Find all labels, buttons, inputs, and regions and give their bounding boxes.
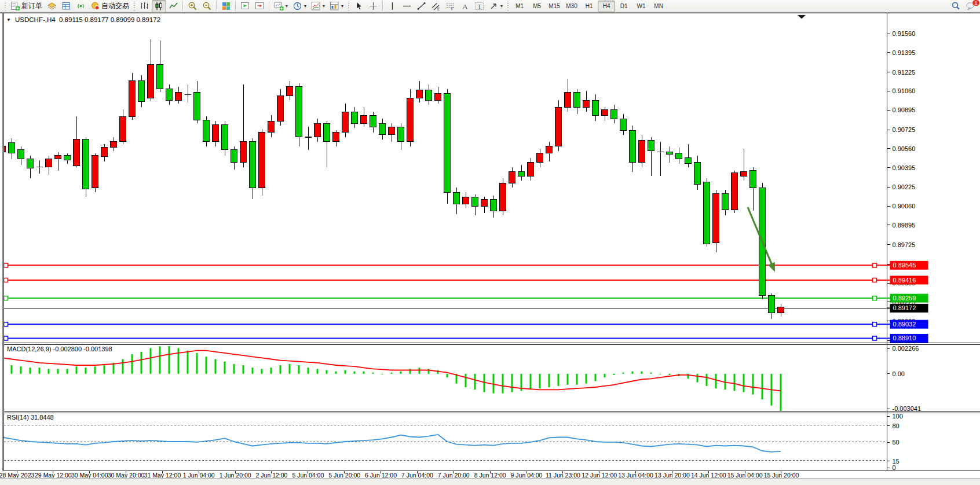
candle-body [101, 148, 108, 157]
chat-button[interactable]: 1 [963, 0, 978, 13]
macd-histogram-bar [308, 368, 309, 374]
text-label-button[interactable]: T [472, 0, 487, 13]
macd-histogram-bar [39, 368, 41, 374]
bar-chart-button[interactable] [137, 0, 152, 13]
svg-text:0.89725: 0.89725 [893, 241, 916, 248]
macd-histogram-bar [67, 369, 68, 373]
macd-histogram-bar [465, 374, 467, 387]
periods-button[interactable]: ▾ [290, 0, 309, 13]
auto-scroll-icon [240, 1, 250, 11]
timeframe-d1-button[interactable]: D1 [615, 1, 632, 12]
line-handle[interactable] [873, 278, 877, 282]
tile-windows-button[interactable] [219, 0, 233, 13]
candle-body [398, 127, 404, 142]
new-chart-button[interactable]: ▾ [272, 0, 290, 13]
chevron-down-icon: ▾ [500, 3, 503, 9]
candle-body [352, 112, 358, 123]
search-button[interactable] [949, 0, 963, 13]
signals-button[interactable] [74, 0, 88, 13]
candlestick-chart-button[interactable] [152, 0, 166, 13]
trendline-button[interactable] [414, 0, 429, 13]
new-order-button[interactable]: 新订单 [8, 0, 45, 13]
svg-text:0.91560: 0.91560 [893, 30, 916, 37]
candle-body [648, 141, 654, 151]
macd-histogram-bar [335, 372, 337, 374]
svg-text:0.91225: 0.91225 [893, 69, 916, 76]
svg-text:1 Jun 04:00: 1 Jun 04:00 [183, 472, 215, 479]
timeframe-mn-button[interactable]: MN [650, 1, 667, 12]
timeframe-m15-button[interactable]: M15 [546, 1, 563, 12]
svg-text:0.89259: 0.89259 [893, 295, 916, 302]
macd-histogram-bar [363, 372, 365, 374]
candle-body [166, 89, 173, 101]
horizontal-line-button[interactable] [400, 0, 414, 13]
svg-text:5 Jun 04:00: 5 Jun 04:00 [292, 472, 324, 479]
timeframe-h1-button[interactable]: H1 [580, 1, 598, 12]
text-button[interactable]: A [458, 0, 472, 13]
line-handle[interactable] [873, 322, 877, 326]
zoom-out-button[interactable] [200, 0, 214, 13]
timeframe-m1-button[interactable]: M1 [511, 1, 528, 12]
svg-text:15 Jun 20:00: 15 Jun 20:00 [764, 472, 799, 479]
timeframe-h4-button[interactable]: H4 [598, 1, 615, 12]
market-watch-button[interactable] [59, 0, 74, 13]
vertical-line-button[interactable] [385, 0, 400, 13]
line-handle[interactable] [4, 336, 8, 340]
candle-body [454, 192, 460, 204]
candle-body [713, 193, 719, 242]
auto-scroll-button[interactable] [238, 0, 253, 13]
auto-trading-button[interactable]: 自动交易 [88, 0, 131, 13]
zoom-in-button[interactable] [185, 0, 200, 13]
macd-histogram-bar [169, 346, 170, 374]
line-handle[interactable] [873, 263, 877, 267]
macd-histogram-bar [261, 369, 263, 373]
svg-text:0.90395: 0.90395 [893, 164, 916, 171]
macd-histogram-bar [233, 364, 235, 374]
line-chart-button[interactable] [166, 0, 181, 13]
equidistant-channel-button[interactable]: E [429, 0, 443, 13]
timeframe-m5-button[interactable]: M5 [528, 1, 546, 12]
macd-histogram-bar [762, 374, 763, 399]
vertical-line-icon [387, 1, 397, 11]
macd-histogram-bar [57, 369, 59, 373]
chart-shift-button[interactable] [253, 0, 267, 13]
macd-histogram-bar [48, 369, 50, 373]
candle-body [778, 307, 784, 313]
layouts-button[interactable] [45, 0, 59, 13]
line-handle[interactable] [4, 263, 8, 267]
text-label-icon: T [474, 1, 484, 11]
macd-histogram-bar [632, 372, 634, 374]
timeframe-m30-button[interactable]: M30 [563, 1, 580, 12]
timeframe-w1-button[interactable]: W1 [632, 1, 650, 12]
fibonacci-button[interactable]: F [443, 0, 458, 13]
chart-title-collapse-icon[interactable]: ▼ [6, 17, 11, 23]
window-bottom-strip [0, 478, 980, 485]
toolbar-separator [182, 1, 184, 11]
candle-body [444, 93, 451, 192]
cursor-button[interactable] [352, 0, 366, 13]
candle-body [83, 139, 89, 189]
line-handle[interactable] [4, 296, 8, 300]
line-handle[interactable] [4, 278, 8, 282]
zoom-in-icon [188, 1, 198, 11]
line-handle[interactable] [4, 322, 8, 326]
candle-body [500, 183, 506, 211]
svg-text:0.90225: 0.90225 [893, 183, 916, 190]
candle-body [138, 81, 145, 102]
candle-body [27, 159, 34, 168]
line-handle[interactable] [873, 336, 877, 340]
new-chart-icon [274, 1, 284, 11]
macd-histogram-bar [243, 365, 244, 374]
templates-button[interactable]: ▾ [327, 0, 346, 13]
line-handle[interactable] [873, 296, 877, 300]
crosshair-button[interactable] [366, 0, 381, 13]
arrows-button[interactable]: ▾ [487, 0, 505, 13]
chart-surface[interactable]: 0.915600.913950.912250.910600.908950.907… [0, 13, 980, 485]
toolbar-grip [4, 2, 6, 11]
macd-histogram-bar [280, 365, 281, 374]
macd-histogram-bar [743, 374, 745, 392]
new-order-icon [10, 1, 20, 11]
candle-body [509, 172, 515, 183]
candle-body [426, 90, 432, 101]
indicators-button[interactable]: ▾ [309, 0, 327, 13]
